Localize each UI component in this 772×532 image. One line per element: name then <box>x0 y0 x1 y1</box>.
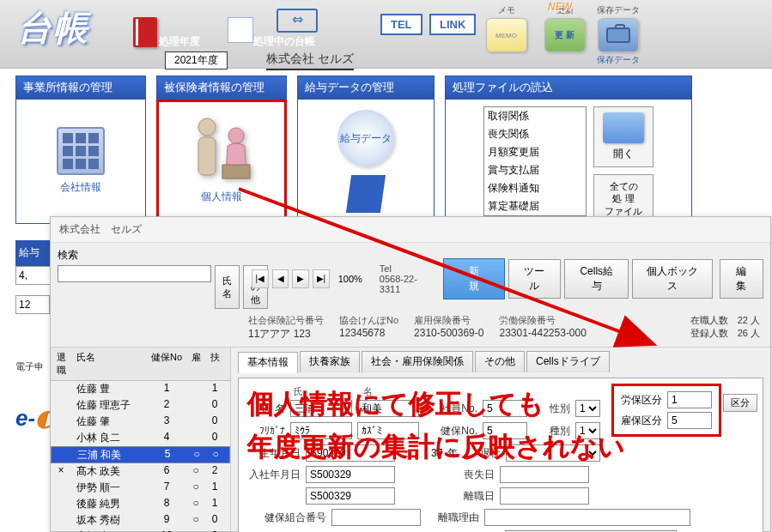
ej-label-partial: 電子申 <box>15 360 44 373</box>
company-name-link[interactable]: 株式会社 セルズ <box>266 51 354 70</box>
building-icon <box>57 127 105 175</box>
shakai-value: 11アアア 123 <box>248 327 324 342</box>
search-input[interactable] <box>58 265 211 282</box>
update-tool[interactable]: 更新 NEW 更 新 <box>541 4 588 52</box>
personal-box-button[interactable]: 個人ボックス <box>632 259 713 299</box>
save-tool[interactable]: 保存データ 保存データ <box>594 4 641 66</box>
swap-icon[interactable]: ⇔ <box>277 9 318 33</box>
file-list-item[interactable]: 喪失関係 <box>484 125 586 143</box>
nav-next-button[interactable]: ▶ <box>292 269 309 288</box>
tab-1[interactable]: 扶養家族 <box>300 351 360 372</box>
link-button[interactable]: LINK <box>429 14 476 35</box>
shain-label: 社員No. <box>424 402 477 416</box>
kana-shi-input[interactable] <box>290 422 352 439</box>
tel-label: Tel <box>380 263 392 274</box>
list-row[interactable]: 坂本 秀樹9○0 <box>51 512 230 529</box>
new-button[interactable]: 新規 <box>443 258 504 299</box>
kenpo-kumiai-input[interactable] <box>331 509 421 526</box>
briefcase-icon <box>598 18 639 52</box>
processing-label: 処理中の台帳 <box>253 34 315 49</box>
col-shi: 氏 <box>294 385 303 398</box>
sex-label: 性別 <box>532 402 570 416</box>
tab-4[interactable]: Cellsドライブ <box>526 351 610 372</box>
search-name-button[interactable]: 氏名 <box>215 265 240 309</box>
rokubun-label: 労保区分 <box>621 393 662 408</box>
rishoku-label: 離職日 <box>457 489 495 504</box>
list-row[interactable]: 佐藤 豊11 <box>51 381 230 397</box>
salary-data-button[interactable]: 給与データ <box>297 100 435 224</box>
file-list-item[interactable]: 算定基礎届 <box>484 197 586 215</box>
tel-value: 0568-22-3311 <box>380 274 417 294</box>
list-row[interactable]: ×髙木 政美6○2 <box>51 463 230 480</box>
zaishoku-value: 22 <box>738 315 748 325</box>
rishoku-riyu-label: 離職理由 <box>426 511 479 525</box>
taisha-select[interactable] <box>506 444 600 462</box>
extra-date-input[interactable] <box>306 487 395 505</box>
ledger-icon <box>133 17 157 47</box>
file-list-item[interactable]: 保険料通知 <box>484 179 586 197</box>
kana-label: ﾌﾘｶﾞﾅ <box>247 425 285 437</box>
sex-select[interactable]: 1 <box>575 400 600 417</box>
edit-button[interactable]: 編集 <box>720 259 763 299</box>
kubun-button[interactable]: 区分 <box>723 394 757 412</box>
kyokai-label: 協会けんぽNo <box>339 314 398 327</box>
zaishoku-label: 在職人数 <box>690 315 728 325</box>
file-list-item[interactable]: 取得関係 <box>484 107 586 125</box>
list-row[interactable]: 佐藤 理恵子20 <box>51 397 230 414</box>
list-row[interactable]: 佐藤 肇30 <box>51 414 230 430</box>
memo-tool[interactable]: メモ MEMO <box>483 4 530 52</box>
panel-salary-title: 給与データの管理 <box>297 76 435 100</box>
tab-2[interactable]: 社会・雇用保険関係 <box>362 351 473 372</box>
panel-insured-title: 被保険者情報の管理 <box>156 76 287 100</box>
tool-button[interactable]: ツール <box>508 259 562 299</box>
tel-button[interactable]: TEL <box>380 14 422 35</box>
list-row[interactable]: 後藤 純男8○1 <box>51 496 230 512</box>
search-label: 検索 <box>58 249 78 261</box>
name-mei-input[interactable] <box>357 400 419 417</box>
rodo-label: 労働保険番号 <box>499 314 586 327</box>
open-button[interactable]: 開く <box>593 106 653 167</box>
kyokai-value: 12345678 <box>339 327 398 339</box>
rishoku-riyu-input[interactable] <box>484 509 690 526</box>
process-file-list[interactable]: 取得関係喪失関係月額変更届賞与支払届保険料通知算定基礎届年度更新事務組合事務組合… <box>483 106 587 216</box>
company-caption: 会社情報 <box>46 180 115 195</box>
kokubun-input[interactable] <box>667 412 712 429</box>
svg-point-2 <box>228 128 244 143</box>
panel-salary: 給与データの管理 給与データ <box>297 76 435 224</box>
name-shi-input[interactable] <box>290 400 352 417</box>
personal-info-button[interactable]: 個人情報 <box>156 100 287 224</box>
rishoku-input[interactable] <box>500 487 589 505</box>
nav-prev-button[interactable]: ◀ <box>272 269 289 288</box>
year-value[interactable]: 2021年度 <box>165 51 228 70</box>
kenpo-kumiai-label: 健保組合番号 <box>247 511 326 525</box>
ledger-book-icon <box>346 175 386 213</box>
list-row[interactable]: ×高橋 力10○0 <box>51 529 230 532</box>
list-row[interactable]: 小林 良二40 <box>51 430 230 446</box>
kana-mei-input[interactable] <box>357 422 419 439</box>
nyusha-label: 入社年月日 <box>247 468 301 482</box>
file-list-item[interactable]: 月額変更届 <box>484 143 586 161</box>
birth-input[interactable] <box>306 444 395 462</box>
back-value-2: 12 <box>15 295 50 314</box>
nyusha-input[interactable] <box>306 466 395 483</box>
dialog-title: 株式会社 セルズ <box>51 217 770 243</box>
file-list-item[interactable]: 賞与支払届 <box>484 161 586 179</box>
cells-salary-button[interactable]: Cells給与 <box>564 259 629 299</box>
nav-last-button[interactable]: ▶| <box>313 269 330 288</box>
tab-0[interactable]: 基本情報 <box>238 352 298 373</box>
folder-icon <box>603 112 644 143</box>
sofu-input[interactable] <box>500 466 589 483</box>
year-label: 処理年度 <box>159 34 200 49</box>
calendar-icon[interactable] <box>228 17 253 43</box>
list-row[interactable]: 三浦 和美5○○ <box>51 446 230 463</box>
type-select[interactable]: 1 <box>575 422 600 439</box>
tab-3[interactable]: その他 <box>475 351 525 372</box>
rokubun-input[interactable] <box>667 391 712 408</box>
update-icon: 更 新 <box>544 18 586 52</box>
shain-input[interactable] <box>483 400 527 417</box>
list-row[interactable]: 伊勢 順一7○1 <box>51 480 230 496</box>
company-info-button[interactable]: 会社情報 <box>15 100 146 224</box>
nav-first-button[interactable]: |◀ <box>252 269 269 288</box>
kenpo-input[interactable] <box>483 422 527 439</box>
panel-process-title: 処理ファイルの読込 <box>445 76 692 100</box>
